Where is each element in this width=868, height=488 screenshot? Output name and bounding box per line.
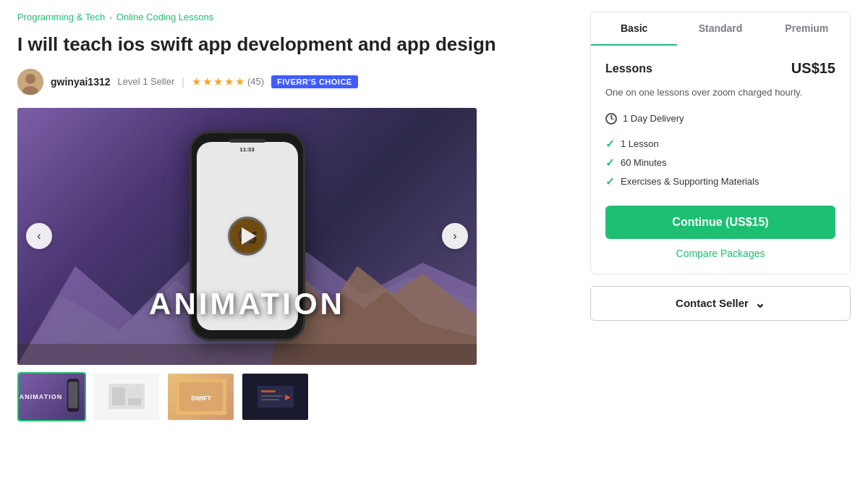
prev-arrow[interactable]: ‹ <box>26 223 52 249</box>
star-1: ★ <box>192 75 201 88</box>
svg-text:SWIFT: SWIFT <box>191 395 211 402</box>
tab-standard[interactable]: Standard <box>677 12 763 46</box>
seller-row: gwinyai1312 Level 1 Seller | ★ ★ ★ ★ ★ (… <box>17 69 567 95</box>
svg-rect-7 <box>17 344 477 365</box>
compare-packages-link[interactable]: Compare Packages <box>605 248 835 259</box>
fiverrs-choice-badge: FIVERR'S CHOICE <box>271 75 358 88</box>
package-name: Lessons <box>605 62 652 75</box>
thumbnail-1[interactable]: ANIMATION <box>17 372 86 421</box>
breadcrumb-separator: › <box>109 13 112 22</box>
gig-title: I will teach ios swift app development a… <box>17 33 567 57</box>
continue-button[interactable]: Continue (US$15) <box>605 206 835 239</box>
right-panel: Basic Standard Premium Lessons US$15 One… <box>590 12 851 421</box>
tab-premium[interactable]: Premium <box>764 12 850 46</box>
thumbnail-2[interactable] <box>92 372 161 421</box>
breadcrumb-parent[interactable]: Programming & Tech <box>17 12 105 22</box>
svg-rect-12 <box>128 387 141 396</box>
star-2: ★ <box>203 75 212 88</box>
package-panel: Basic Standard Premium Lessons US$15 One… <box>590 12 851 274</box>
feature-1-text: 1 Lesson <box>621 138 659 149</box>
check-icon-2: ✓ <box>605 156 615 169</box>
thumb-1-label: ANIMATION <box>20 393 62 400</box>
svg-rect-19 <box>261 390 276 392</box>
svg-rect-20 <box>261 395 283 397</box>
check-icon-3: ✓ <box>605 175 615 188</box>
package-description: One on one lessons over zoom charged hou… <box>605 85 835 100</box>
separator: | <box>182 76 184 88</box>
package-price: US$15 <box>791 60 835 77</box>
thumbnail-4[interactable] <box>241 372 310 421</box>
star-4: ★ <box>224 75 234 88</box>
package-body: Lessons US$15 One on one lessons over zo… <box>591 46 850 274</box>
phone-time: 11:33 <box>239 146 254 153</box>
feature-3-text: Exercises & Supporting Materials <box>621 176 759 187</box>
animation-label: ANIMATION <box>149 287 345 321</box>
package-features: ✓ 1 Lesson ✓ 60 Minutes ✓ Exercises & Su… <box>605 135 835 191</box>
seller-name[interactable]: gwinyai1312 <box>51 76 111 88</box>
package-tabs: Basic Standard Premium <box>591 12 850 46</box>
main-image: 🐿️ 11:33 ANIMATION ‹ › <box>17 108 477 365</box>
check-icon-1: ✓ <box>605 138 615 151</box>
feature-3: ✓ Exercises & Supporting Materials <box>605 172 835 191</box>
seller-level: Level 1 Seller <box>118 76 175 87</box>
breadcrumb-child[interactable]: Online Coding Lessons <box>116 12 213 22</box>
avatar <box>17 69 43 95</box>
phone-notch <box>229 139 265 143</box>
clock-icon <box>605 113 617 125</box>
svg-rect-11 <box>112 387 125 405</box>
rating-count: (45) <box>247 76 264 87</box>
svg-rect-9 <box>68 382 77 408</box>
feature-2-text: 60 Minutes <box>621 157 667 168</box>
media-viewer: 🐿️ 11:33 ANIMATION ‹ › <box>17 108 477 365</box>
svg-rect-13 <box>128 398 141 405</box>
package-header: Lessons US$15 <box>605 60 835 77</box>
delivery-text: 1 Day Delivery <box>623 113 684 124</box>
star-3: ★ <box>213 75 223 88</box>
thumbnail-strip: ANIMATION <box>17 372 477 421</box>
thumbnail-3[interactable]: SWIFT <box>166 372 235 421</box>
contact-seller-label: Contact Seller <box>676 297 749 309</box>
svg-rect-21 <box>261 399 279 400</box>
star-rating: ★ ★ ★ ★ ★ (45) <box>192 75 264 88</box>
tab-basic[interactable]: Basic <box>591 12 677 46</box>
play-button[interactable] <box>226 214 269 258</box>
star-5: ★ <box>235 75 244 88</box>
feature-2: ✓ 60 Minutes <box>605 153 835 172</box>
package-delivery: 1 Day Delivery <box>605 113 835 125</box>
contact-seller-button[interactable]: Contact Seller ⌄ <box>590 286 851 321</box>
next-arrow[interactable]: › <box>442 223 468 249</box>
breadcrumb: Programming & Tech › Online Coding Lesso… <box>17 12 567 22</box>
chevron-down-icon: ⌄ <box>754 297 765 310</box>
svg-point-1 <box>25 74 35 84</box>
feature-1: ✓ 1 Lesson <box>605 135 835 153</box>
